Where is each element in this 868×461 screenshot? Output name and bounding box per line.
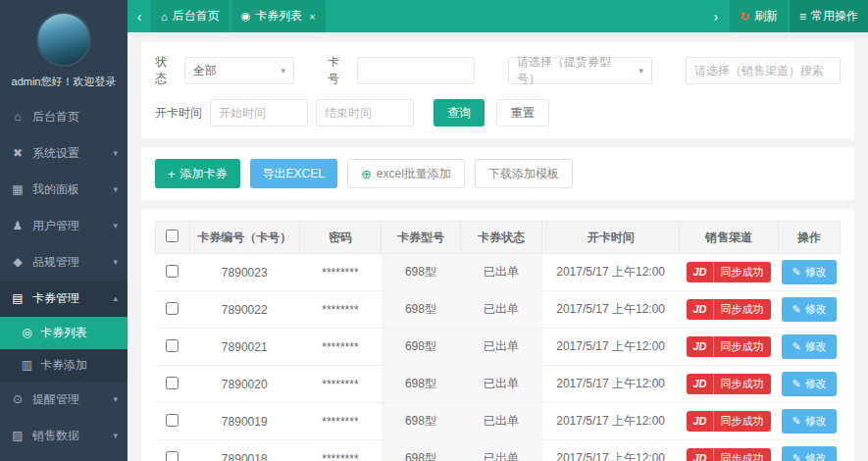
edit-button[interactable]: ✎ 修改	[782, 372, 836, 396]
app-window: admin您好！欢迎登录 ⌂ 后台首页 ✖ 系统设置 ▾ ▦ 我的面板 ▾ ♟ …	[0, 0, 868, 461]
chevron-down-icon: ▾	[113, 418, 118, 454]
panel-icon: ▦	[10, 172, 26, 208]
table-row: 7890019 ******** 698型 已出单 2017/5/17 上午12…	[156, 403, 841, 440]
cell-open-time: 2017/5/17 上午12:00	[542, 403, 680, 440]
edit-button[interactable]: ✎ 修改	[782, 260, 836, 284]
pencil-icon: ✎	[791, 452, 800, 461]
excel-batch-add-button[interactable]: ⊕ excel批量添加	[347, 159, 465, 188]
cell-card-type: 698型	[382, 440, 460, 461]
row-checkbox[interactable]	[166, 265, 179, 278]
refresh-label: 刷新	[754, 8, 778, 25]
cell-password: ********	[299, 254, 382, 291]
sidebar-item-my-panel[interactable]: ▦ 我的面板 ▾	[0, 172, 128, 208]
sidebar-item-system-settings[interactable]: ✖ 系统设置 ▾	[0, 135, 128, 172]
tab-home[interactable]: ⌂ 后台首页	[151, 0, 230, 32]
channel-sync-badge: JD 同步成功	[687, 262, 770, 282]
sidebar-item-label: 提醒管理	[32, 382, 113, 418]
card-type-select[interactable]: 请选择（提货券型号） ▾	[508, 57, 652, 84]
chevron-down-icon: ▾	[113, 382, 118, 418]
scroll-tabs-left-icon[interactable]: ‹	[128, 0, 151, 32]
edit-button[interactable]: ✎ 修改	[782, 409, 836, 434]
pencil-icon: ✎	[791, 415, 800, 428]
row-checkbox-cell	[156, 366, 190, 403]
pencil-icon: ✎	[791, 303, 800, 316]
card-number-input[interactable]	[357, 57, 475, 84]
toolbar-panel: + 添加卡券 导出EXCEL ⊕ excel批量添加 下载添加模板	[141, 147, 854, 200]
tools-icon: ✖	[10, 135, 26, 172]
status-label: 状态	[155, 54, 177, 87]
edit-button[interactable]: ✎ 修改	[782, 446, 836, 461]
export-excel-button[interactable]: 导出EXCEL	[250, 159, 337, 188]
cell-card-number: 7890021	[189, 329, 299, 366]
channel-sync-badge: JD 同步成功	[687, 411, 770, 432]
common-operations-button[interactable]: ≡ 常用操作	[790, 0, 868, 32]
tab-card-list[interactable]: ◉ 卡券列表 ×	[231, 0, 326, 32]
channel-search-input[interactable]	[686, 57, 841, 84]
cell-card-type: 698型	[382, 291, 460, 329]
sidebar-menu: ⌂ 后台首页 ✖ 系统设置 ▾ ▦ 我的面板 ▾ ♟ 用户管理 ▾ ◆ 品规管理	[0, 99, 128, 461]
sidebar-subitem-label: 卡券添加	[40, 349, 87, 382]
refresh-button[interactable]: ↻ 刷新	[730, 0, 788, 32]
menu-icon: ≡	[799, 10, 806, 24]
row-checkbox[interactable]	[166, 414, 179, 427]
query-button[interactable]: 查询	[434, 99, 485, 127]
cell-card-number: 7890018	[189, 440, 299, 461]
reset-button[interactable]: 重置	[496, 99, 549, 127]
cell-open-time: 2017/5/17 上午12:00	[542, 440, 680, 461]
home-icon: ⌂	[10, 99, 26, 135]
sidebar-subitem-card-list[interactable]: ◎ 卡券列表	[0, 317, 128, 349]
row-checkbox[interactable]	[166, 339, 179, 352]
row-checkbox-cell	[156, 403, 190, 440]
cell-action: ✎ 修改	[779, 440, 841, 461]
sync-status-label: 同步成功	[714, 411, 771, 432]
sidebar-item-reminder-management[interactable]: ⊙ 提醒管理 ▾	[0, 382, 128, 418]
sidebar-item-product-management[interactable]: ◆ 品规管理 ▾	[0, 244, 128, 281]
sidebar-item-home[interactable]: ⌂ 后台首页	[0, 99, 128, 135]
row-checkbox[interactable]	[166, 302, 179, 315]
cell-password: ********	[299, 329, 382, 366]
product-icon: ◆	[10, 244, 26, 281]
sidebar: admin您好！欢迎登录 ⌂ 后台首页 ✖ 系统设置 ▾ ▦ 我的面板 ▾ ♟ …	[0, 0, 128, 461]
cell-card-number: 7890023	[189, 254, 299, 291]
channel-sync-badge: JD 同步成功	[687, 448, 770, 461]
scroll-tabs-right-icon[interactable]: ›	[704, 0, 728, 32]
sidebar-subitem-card-add[interactable]: ▥ 卡券添加	[0, 349, 128, 382]
status-select[interactable]: 全部 ▾	[184, 57, 294, 84]
edit-button[interactable]: ✎ 修改	[782, 297, 836, 322]
sidebar-item-sales-data[interactable]: ▨ 销售数据 ▾	[0, 418, 128, 454]
chevron-down-icon: ▾	[113, 172, 118, 208]
sidebar-item-label: 用户管理	[32, 208, 113, 244]
select-all-checkbox[interactable]	[166, 230, 179, 242]
avatar[interactable]	[36, 12, 91, 67]
cell-card-status: 已出单	[460, 291, 542, 329]
card-management-submenu: ◎ 卡券列表 ▥ 卡券添加	[0, 317, 128, 382]
add-card-label: 添加卡券	[180, 166, 228, 182]
end-time-input[interactable]	[316, 99, 414, 127]
refresh-icon: ↻	[740, 10, 749, 24]
cell-action: ✎ 修改	[779, 254, 841, 291]
sidebar-item-label: 销售数据	[32, 418, 113, 454]
pencil-icon: ✎	[791, 266, 800, 279]
cell-password: ********	[299, 291, 382, 329]
row-checkbox[interactable]	[166, 451, 179, 461]
download-template-button[interactable]: 下载添加模板	[475, 159, 573, 188]
row-checkbox[interactable]	[166, 377, 179, 389]
greeting-text: admin您好！欢迎登录	[6, 75, 122, 89]
tab-bar-spacer	[328, 0, 704, 32]
cell-card-type: 698型	[382, 403, 460, 440]
edit-button[interactable]: ✎ 修改	[782, 334, 836, 359]
channel-sync-badge: JD 同步成功	[687, 299, 770, 320]
table-panel: 卡券编号（卡号） 密码 卡券型号 卡券状态 开卡时间 销售渠道 操作 78900…	[141, 209, 854, 461]
start-time-input[interactable]	[210, 99, 308, 127]
select-all-cell	[156, 222, 190, 254]
tab-bar: ‹ ⌂ 后台首页 ◉ 卡券列表 × › ↻ 刷新 ≡ 常用操作	[128, 0, 868, 32]
sidebar-item-user-management[interactable]: ♟ 用户管理 ▾	[0, 208, 128, 244]
close-tab-icon[interactable]: ×	[309, 11, 315, 23]
table-row: 7890018 ******** 698型 已出单 2017/5/17 上午12…	[156, 440, 841, 461]
main-area: ‹ ⌂ 后台首页 ◉ 卡券列表 × › ↻ 刷新 ≡ 常用操作	[128, 0, 868, 461]
sidebar-item-card-management[interactable]: ▤ 卡券管理 ▴	[0, 281, 128, 317]
cell-card-status: 已出单	[460, 329, 542, 366]
cell-card-status: 已出单	[460, 440, 542, 461]
add-card-button[interactable]: + 添加卡券	[155, 159, 240, 188]
sync-status-label: 同步成功	[714, 448, 771, 461]
